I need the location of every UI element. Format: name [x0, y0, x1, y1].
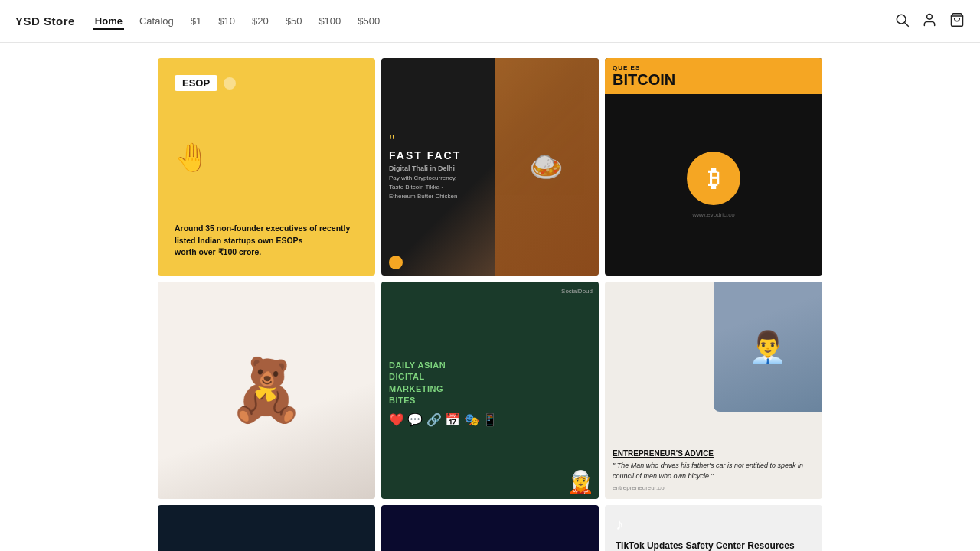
header-icons: [894, 12, 965, 31]
nav-50[interactable]: $50: [284, 12, 304, 30]
search-icon[interactable]: [894, 12, 910, 31]
svg-point-2: [927, 14, 933, 19]
digital-icons: ❤️ 💬 🔗 📅 🎭 📱: [389, 412, 498, 427]
nav-catalog[interactable]: Catalog: [138, 12, 175, 30]
tiktok-safety-title: TikTok Updates Safety Center Resources F…: [616, 540, 812, 551]
nav-20[interactable]: $20: [250, 12, 270, 30]
svg-line-1: [905, 22, 909, 26]
tiktok-safety-icon: ♪: [616, 516, 623, 533]
product-grid: ESOP 🤚 Around 35 non-founder executives …: [158, 58, 822, 551]
card-hotstar[interactable]: @Marketing_news_hindi Disney+hotstar सबस…: [381, 505, 599, 551]
nav-1[interactable]: $1: [189, 12, 203, 30]
card-steel[interactable]: @Marketing_news_hindi Steel के दाम में ग…: [158, 505, 375, 551]
entrepreneur-source: entrepreneureur.co: [612, 484, 815, 491]
bitcoin-title: BITCOIN: [612, 71, 815, 88]
logo[interactable]: YSD Store: [15, 15, 75, 28]
baby-emoji: 🧸: [228, 354, 305, 426]
nav-10[interactable]: $10: [217, 12, 237, 30]
nav-home[interactable]: Home: [93, 12, 124, 30]
cart-icon[interactable]: [949, 12, 965, 31]
card-digital[interactable]: SocialDoud DAILY ASIANDIGITALMARKETINGBI…: [381, 282, 599, 499]
main-nav: Home Catalog $1 $10 $20 $50 $100 $500: [93, 12, 894, 30]
nav-500[interactable]: $500: [356, 12, 381, 30]
entrepreneur-quote: " The Man who drives his father's car is…: [612, 461, 815, 481]
card-entrepreneur[interactable]: 👨‍💼 ENTREPRENEUR'S ADVICE " The Man who …: [605, 282, 822, 499]
bitcoin-label: QUE ES: [612, 64, 815, 71]
esop-badge: ESOP: [175, 75, 217, 91]
esop-text: Around 35 non-founder executives of rece…: [175, 223, 358, 259]
fastfact-subtitle: Digital Thali in Delhi: [389, 165, 455, 172]
account-icon[interactable]: [922, 12, 937, 31]
digital-logo: SocialDoud: [561, 288, 593, 295]
main-content: ESOP 🤚 Around 35 non-founder executives …: [145, 43, 835, 551]
card-tiktok-safety[interactable]: ♪ TikTok Updates Safety Center Resources…: [605, 505, 822, 551]
entrepreneur-photo: 👨‍💼: [714, 282, 822, 412]
card-fastfact[interactable]: " FAST FACT Digital Thali in Delhi Pay w…: [381, 58, 599, 276]
header: YSD Store Home Catalog $1 $10 $20 $50 $1…: [0, 0, 980, 43]
card-baby[interactable]: 🧸: [158, 282, 375, 499]
digital-anime: 🧝: [567, 469, 594, 494]
fastfact-body: Pay with Cryptocurrency,Taste Bitcoin Ti…: [389, 174, 457, 201]
bitcoin-source: www.evodric.co: [692, 211, 735, 218]
fastfact-quote: ": [389, 132, 395, 149]
card-esop[interactable]: ESOP 🤚 Around 35 non-founder executives …: [158, 58, 375, 276]
entrepreneur-name: ENTREPRENEUR'S ADVICE: [612, 449, 815, 458]
fastfact-title: FAST FACT: [389, 149, 461, 161]
digital-title: DAILY ASIANDIGITALMARKETINGBITES: [389, 360, 446, 407]
card-bitcoin[interactable]: QUE ES BITCOIN ₿ www.evodric.co: [605, 58, 822, 276]
bitcoin-symbol: ₿: [687, 152, 740, 205]
nav-100[interactable]: $100: [317, 12, 342, 30]
